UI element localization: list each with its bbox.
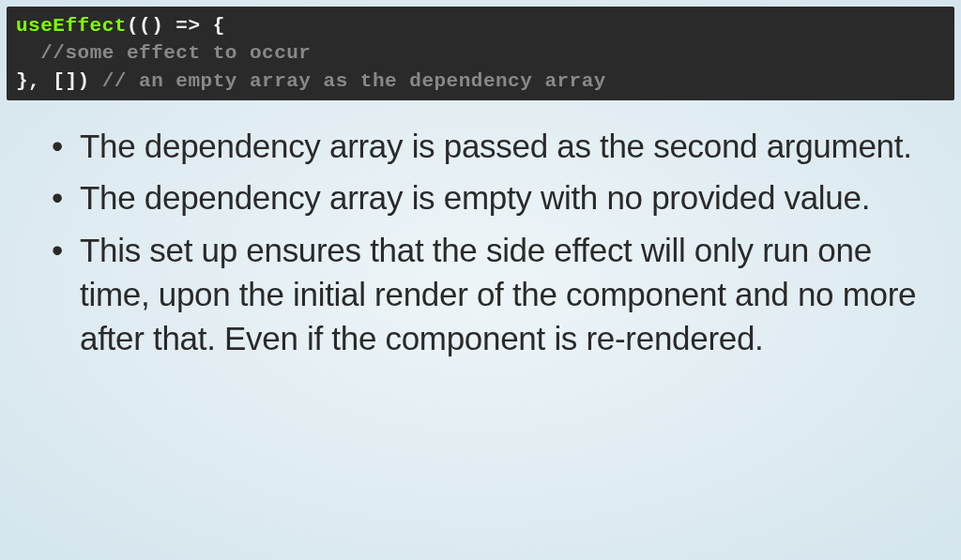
code-comment: //some effect to occur — [16, 42, 311, 64]
list-item: The dependency array is empty with no pr… — [52, 175, 942, 219]
code-punctuation: }, []) — [16, 70, 90, 92]
code-line-2: //some effect to occur — [16, 39, 945, 67]
list-item: The dependency array is passed as the se… — [52, 124, 942, 168]
code-line-1: useEffect(() => { — [16, 12, 945, 39]
code-example: useEffect(() => { //some effect to occur… — [7, 7, 954, 100]
list-item: This set up ensures that the side effect… — [52, 228, 942, 361]
code-keyword: useEffect — [16, 15, 127, 37]
code-comment: // an empty array as the dependency arra… — [90, 70, 606, 92]
explanation-list: The dependency array is passed as the se… — [0, 100, 961, 360]
code-punctuation: (() => { — [127, 15, 225, 37]
code-line-3: }, []) // an empty array as the dependen… — [16, 68, 945, 95]
